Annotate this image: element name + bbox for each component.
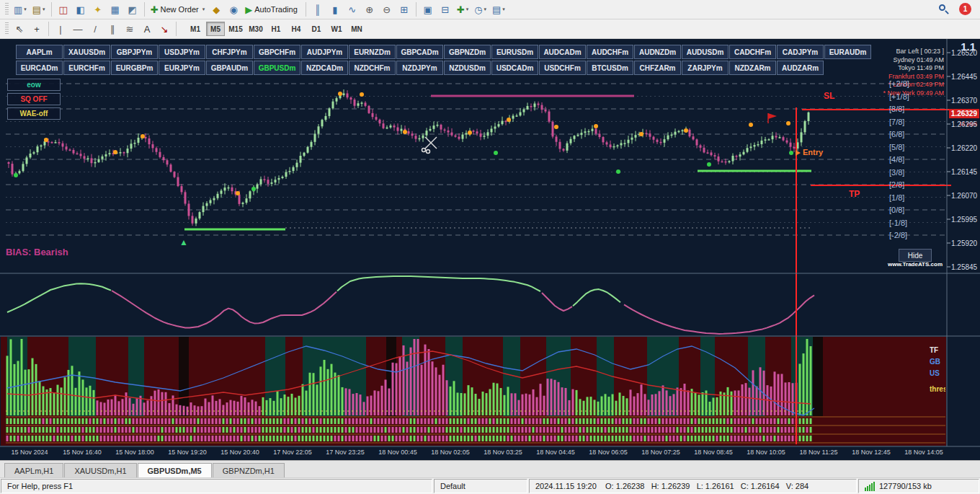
hide-button[interactable]: Hide [899, 249, 932, 262]
murrey-label: [3/8] [889, 168, 922, 177]
price-scale-label: 1.26295 [951, 120, 977, 128]
status-bar: For Help, press F1 Default 2024.11.15 19… [0, 477, 980, 494]
side-button-sq-off[interactable]: SQ OFF [7, 93, 61, 105]
symbol-button-EURGBPm[interactable]: EURGBPm [111, 61, 158, 75]
murrey-label: [6/8] [889, 130, 922, 138]
clock-row: Bar Left [ 00:23 ] [883, 48, 944, 56]
clock-row: Sydney 01:49 AM [883, 56, 944, 65]
time-axis-label: 15 Nov 20:40 [220, 449, 259, 456]
connection-label: 127790/153 kb [879, 482, 932, 490]
symbol-button-CHFZARm[interactable]: CHFZARm [634, 61, 681, 75]
wae-label-tf: TF [930, 346, 945, 354]
symbol-button-NZDUSDm[interactable]: NZDUSDm [444, 61, 491, 75]
connection-bars-icon [865, 482, 875, 491]
murrey-label: [8/8] [889, 105, 922, 113]
symbol-button-EURUSDm[interactable]: EURUSDm [491, 45, 538, 59]
bias-label: BIAS: Bearish [6, 247, 68, 257]
murrey-label: [0/8] [889, 206, 922, 214]
price-scale-label: 1.25845 [951, 263, 977, 271]
status-connection: 127790/153 kb [858, 479, 979, 493]
symbol-button-GBPCADm[interactable]: GBPCADm [396, 45, 443, 59]
chart-tabs: AAPLm,H1XAUUSDm,H1GBPUSDm,M5GBPNZDm,H1 [0, 460, 980, 477]
symbol-button-EURJPYm[interactable]: EURJPYm [159, 61, 205, 75]
side-button-eow[interactable]: eow [7, 79, 61, 91]
symbol-button-USDJPYm[interactable]: USDJPYm [159, 45, 205, 59]
entry-label: Entry [803, 148, 823, 156]
clock-panel: Bar Left [ 00:23 ]Sydney 01:49 AMTokyo 1… [883, 48, 944, 97]
murrey-label: [1/8] [889, 193, 922, 202]
symbol-button-row-2: EURCADmEURCHFmEURGBPmEURJPYmGBPAUDmGBPUS… [16, 61, 824, 75]
price-scale-label: 1.26145 [951, 168, 977, 176]
symbol-button-AUDZARm[interactable]: AUDZARm [777, 61, 824, 75]
symbol-button-GBPUSDm[interactable]: GBPUSDm [254, 61, 300, 75]
time-axis-label: 15 Nov 19:20 [168, 449, 207, 456]
symbol-button-AUDNZDm[interactable]: AUDNZDm [634, 45, 681, 59]
tp-label: TP [849, 189, 860, 199]
chart-tab-AAPLm-H1[interactable]: AAPLm,H1 [4, 463, 63, 477]
side-button-wae-off[interactable]: WAE-off [7, 107, 61, 120]
buy-arrow-icon: ▲ [179, 237, 188, 247]
symbol-button-AUDCHFm[interactable]: AUDCHFm [587, 45, 633, 59]
price-scale-label: 1.25995 [951, 216, 977, 224]
symbol-button-GBPAUDm[interactable]: GBPAUDm [206, 61, 253, 75]
price-scale-label: 1.25920 [951, 239, 977, 247]
time-axis-label: 15 Nov 2024 [11, 449, 48, 456]
time-axis-label: 18 Nov 07:25 [641, 449, 680, 456]
symbol-button-CADCHFm[interactable]: CADCHFm [729, 45, 776, 59]
symbol-button-XAUUSDm[interactable]: XAUUSDm [63, 45, 110, 59]
symbol-button-AUDUSDm[interactable]: AUDUSDm [682, 45, 729, 59]
symbol-button-ZARJPYm[interactable]: ZARJPYm [682, 61, 729, 75]
price-scale-label: 1.26445 [951, 73, 977, 81]
symbol-button-EURCHFm[interactable]: EURCHFm [63, 61, 110, 75]
chart-tab-GBPUSDm-M5[interactable]: GBPUSDm,M5 [138, 463, 212, 477]
time-axis-label: 18 Nov 02:05 [431, 449, 470, 456]
status-quote: 2024.11.15 19:20 O: 1.26238 H: 1.26239 L… [529, 479, 857, 493]
symbol-button-GBPJPYm[interactable]: GBPJPYm [111, 45, 158, 59]
symbol-button-NZDCHFm[interactable]: NZDCHFm [349, 61, 396, 75]
symbol-button-USDCHFm[interactable]: USDCHFm [539, 61, 586, 75]
symbol-button-GBPCHFm[interactable]: GBPCHFm [254, 45, 300, 59]
murrey-label: [7/8] [889, 118, 922, 126]
murrey-label: [+1/8] [889, 92, 922, 101]
time-axis-label: 15 Nov 16:40 [63, 449, 102, 456]
symbol-button-EURCADm[interactable]: EURCADm [16, 61, 63, 75]
clock-row: Tokyo 11:49 PM [883, 64, 944, 73]
time-axis-label: 18 Nov 14:05 [904, 449, 943, 456]
symbol-button-EURAUDm[interactable]: EURAUDm [824, 45, 871, 59]
symbol-button-CADJPYm[interactable]: CADJPYm [777, 45, 824, 59]
time-axis-label: 15 Nov 18:00 [115, 449, 154, 456]
current-price-badge: 1.26329 [949, 109, 979, 118]
sl-label: SL [824, 91, 834, 101]
time-axis-label: 18 Nov 00:45 [378, 449, 417, 456]
murrey-label: [-2/8] [889, 231, 922, 239]
time-axis-label: 18 Nov 04:45 [536, 449, 575, 456]
wae-label-gb: GB [930, 358, 945, 366]
symbol-button-BTCUSDm[interactable]: BTCUSDm [587, 61, 633, 75]
murrey-label: [5/8] [889, 143, 922, 151]
chart-tab-XAUUSDm-H1[interactable]: XAUUSDm,H1 [64, 463, 136, 477]
symbol-button-NZDJPYm[interactable]: NZDJPYm [396, 61, 443, 75]
mt4-window: ▥▾▤▾◫◧✦▦◩✚New Order▾◆◉▶AutoTrading║▮∿⊕⊖⊞… [0, 0, 980, 494]
time-axis-label: 18 Nov 06:05 [589, 449, 628, 456]
price-scale-label: 1.26220 [951, 144, 977, 152]
price-scale-label: 1.26370 [951, 97, 977, 105]
symbol-button-AAPLm[interactable]: AAPLm [16, 45, 63, 59]
murrey-label: [+2/8] [889, 79, 922, 88]
symbol-button-row-1: AAPLmXAUUSDmGBPJPYmUSDJPYmCHFJPYmGBPCHFm… [16, 45, 871, 59]
symbol-button-GBPNZDm[interactable]: GBPNZDm [444, 45, 491, 59]
time-axis-label: 18 Nov 11:25 [800, 449, 838, 456]
symbol-button-AUDCADm[interactable]: AUDCADm [539, 45, 586, 59]
wae-label-us: US [930, 369, 945, 377]
symbol-button-CHFJPYm[interactable]: CHFJPYm [206, 45, 253, 59]
chart-tab-GBPNZDm-H1[interactable]: GBPNZDm,H1 [213, 463, 285, 477]
murrey-label: [2/8] [889, 180, 922, 189]
symbol-button-NZDZARm[interactable]: NZDZARm [729, 61, 776, 75]
symbol-button-EURNZDm[interactable]: EURNZDm [349, 45, 396, 59]
symbol-button-USDCADm[interactable]: USDCADm [491, 61, 538, 75]
symbol-button-NZDCADm[interactable]: NZDCADm [301, 61, 348, 75]
price-scale-label: 1.26520 [951, 49, 977, 57]
status-profile[interactable]: Default [434, 479, 527, 493]
watermark: www.TradeATS.com [888, 261, 943, 268]
wae-label-thres: thres [930, 385, 945, 393]
symbol-button-AUDJPYm[interactable]: AUDJPYm [301, 45, 348, 59]
